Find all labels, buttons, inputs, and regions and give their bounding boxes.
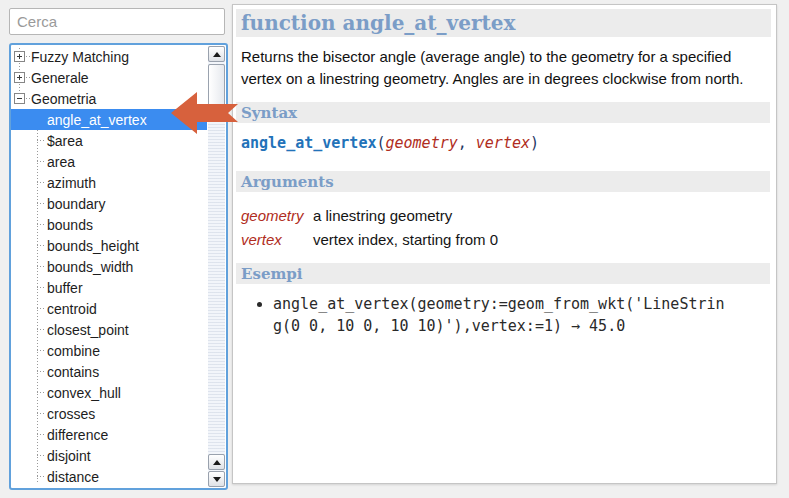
syntax-open-paren: (: [376, 134, 385, 152]
arguments-heading-band: Arguments: [236, 171, 770, 192]
tree-item[interactable]: Geometria: [11, 88, 207, 109]
tree-item-label: disjoint: [47, 448, 91, 464]
syntax-function-name: angle_at_vertex: [241, 134, 376, 152]
tree-item-label: boundary: [47, 196, 105, 212]
tree-item-label: angle_at_vertex: [47, 112, 147, 128]
tree-item[interactable]: contains: [11, 361, 207, 382]
tree-item-label: bounds_width: [47, 259, 133, 275]
syntax-heading-band: Syntax: [236, 102, 770, 123]
scroll-thumb[interactable]: [208, 64, 225, 120]
tree-item[interactable]: bounds_width: [11, 256, 207, 277]
tree-item-label: bounds: [47, 217, 93, 233]
tree-item[interactable]: angle_at_vertex: [11, 109, 207, 130]
search-input[interactable]: [9, 8, 225, 35]
argument-row: geometrya linestring geometry: [241, 204, 776, 228]
tree-item-label: area: [47, 154, 75, 170]
tree-item-label: difference: [47, 427, 108, 443]
tree-item-label: centroid: [47, 301, 97, 317]
scroll-up-button-bottom[interactable]: [208, 454, 225, 470]
syntax-argument-2: vertex: [476, 134, 530, 152]
tree-item[interactable]: $area: [11, 130, 207, 151]
tree-scrollbar[interactable]: [208, 46, 225, 487]
examples-section-heading: Esempi: [241, 265, 302, 283]
tree-item[interactable]: bounds: [11, 214, 207, 235]
tree-rows: Fuzzy MatchingGeneraleGeometriaangle_at_…: [11, 46, 207, 487]
argument-description: a linestring geometry: [313, 204, 452, 228]
tree-item-label: crosses: [47, 406, 95, 422]
syntax-comma: ,: [458, 134, 476, 152]
example-item: angle_at_vertex(geometry:=geom_from_wkt(…: [273, 293, 729, 337]
argument-name: geometry: [241, 204, 313, 228]
scroll-up-button[interactable]: [208, 46, 225, 62]
expand-icon[interactable]: [14, 72, 25, 83]
tree-item[interactable]: disjoint: [11, 445, 207, 466]
triangle-up-icon: [213, 52, 221, 57]
argument-row: vertexvertex index, starting from 0: [241, 228, 776, 252]
tree-item[interactable]: bounds_height: [11, 235, 207, 256]
syntax-section-heading: Syntax: [241, 104, 297, 122]
page-title: function angle_at_vertex: [241, 11, 515, 35]
tree-item[interactable]: centroid: [11, 298, 207, 319]
argument-description: vertex index, starting from 0: [313, 228, 498, 252]
tree-item[interactable]: azimuth: [11, 172, 207, 193]
help-panel: function angle_at_vertex Returns the bis…: [232, 4, 777, 484]
tree-item[interactable]: boundary: [11, 193, 207, 214]
arguments-table: geometrya linestring geometryvertexverte…: [241, 204, 776, 252]
tree-item[interactable]: Fuzzy Matching: [11, 46, 207, 67]
tree-item-label: Geometria: [31, 91, 96, 107]
syntax-argument-1: geometry: [386, 134, 458, 152]
function-description: Returns the bisector angle (average angl…: [241, 46, 763, 90]
tree-item[interactable]: closest_point: [11, 319, 207, 340]
tree-item-label: bounds_height: [47, 238, 139, 254]
tree-item-label: Fuzzy Matching: [31, 49, 129, 65]
tree-item-label: contains: [47, 364, 99, 380]
expand-icon[interactable]: [14, 51, 25, 62]
tree-item-label: azimuth: [47, 175, 96, 191]
syntax-code: angle_at_vertex(geometry, vertex): [241, 134, 776, 152]
help-title-band: function angle_at_vertex: [236, 9, 771, 37]
tree-item-label: closest_point: [47, 322, 129, 338]
tree-item[interactable]: area: [11, 151, 207, 172]
tree-item[interactable]: crosses: [11, 403, 207, 424]
argument-name: vertex: [241, 228, 313, 252]
tree-item-label: combine: [47, 343, 100, 359]
examples-list: angle_at_vertex(geometry:=geom_from_wkt(…: [233, 293, 776, 337]
tree-item[interactable]: difference: [11, 424, 207, 445]
arguments-section-heading: Arguments: [241, 173, 334, 191]
triangle-up-icon: [213, 460, 221, 465]
tree-item[interactable]: buffer: [11, 277, 207, 298]
tree-item-label: distance: [47, 469, 99, 485]
tree-item[interactable]: convex_hull: [11, 382, 207, 403]
tree-item[interactable]: Generale: [11, 67, 207, 88]
tree-item[interactable]: distance: [11, 466, 207, 487]
tree-item[interactable]: combine: [11, 340, 207, 361]
syntax-close-paren: ): [530, 134, 539, 152]
examples-heading-band: Esempi: [236, 263, 770, 284]
triangle-down-icon: [213, 477, 221, 482]
function-tree[interactable]: Fuzzy MatchingGeneraleGeometriaangle_at_…: [9, 43, 228, 490]
tree-item-label: Generale: [31, 70, 89, 86]
tree-item-label: convex_hull: [47, 385, 121, 401]
scroll-down-button[interactable]: [208, 471, 225, 487]
collapse-icon[interactable]: [14, 93, 25, 104]
tree-item-label: $area: [47, 133, 83, 149]
tree-item-label: buffer: [47, 280, 83, 296]
